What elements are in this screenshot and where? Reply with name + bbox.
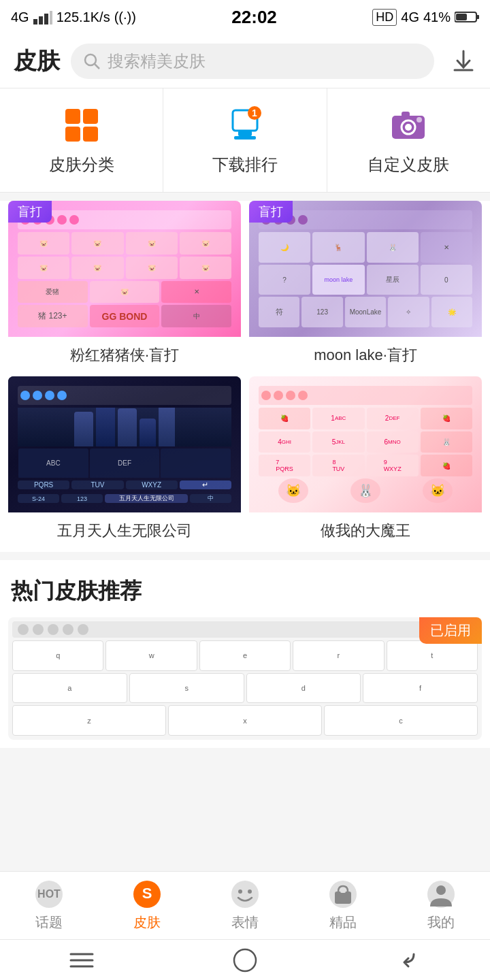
nav-skin-label: 皮肤 [133, 913, 161, 932]
signal-text: 4G [11, 10, 29, 25]
premium-icon [328, 879, 358, 909]
hd-badge: HD [372, 9, 397, 26]
svg-point-7 [85, 54, 96, 65]
svg-rect-6 [456, 14, 467, 20]
status-right: HD 4G 41% [372, 9, 479, 26]
nav-topic[interactable]: HOT 话题 [0, 874, 98, 937]
skin-card-3[interactable]: ABC DEF PQRS TUV [8, 376, 241, 544]
nav-emoji[interactable]: 表情 [196, 874, 294, 937]
status-left: 4G 125.1K/s ((·)) [11, 10, 136, 25]
svg-point-30 [248, 889, 252, 894]
hot-kb-preview: q w e r t a s d f z x c [8, 617, 482, 740]
hot-icon: HOT [34, 879, 64, 909]
bottom-nav: HOT 话题 S 皮肤 表情 [0, 871, 490, 939]
hot-kb-topbar [12, 621, 478, 638]
nav-skin[interactable]: S 皮肤 [98, 874, 196, 937]
svg-text:HOT: HOT [37, 888, 61, 900]
activated-badge: 已启用 [419, 617, 482, 644]
sys-home-button[interactable] [218, 947, 272, 974]
skin-card-4[interactable]: 🍓 1ABC 2DEF 🍓 4GHI 5JKL 6MNO 🐰 [249, 376, 482, 544]
svg-rect-0 [33, 19, 37, 24]
hot-section-title: 热门皮肤推荐 [8, 576, 482, 606]
skin-card-1[interactable]: 🐷 🐷 🐷 🐷 🐷 🐷 🐷 🐷 [8, 201, 241, 368]
svg-point-29 [238, 889, 242, 894]
category-custom-label: 自定义皮肤 [368, 154, 449, 176]
nav-premium-label: 精品 [329, 913, 357, 932]
svg-rect-1 [39, 16, 43, 24]
home-icon [231, 947, 259, 974]
skin-title-3: 五月天人生无限公司 [8, 512, 241, 544]
speed-text: 125.1K/s [56, 10, 110, 25]
status-time: 22:02 [231, 7, 277, 28]
skin-grid: 🐷 🐷 🐷 🐷 🐷 🐷 🐷 🐷 [0, 201, 490, 552]
skin-badge-2: 盲打 [249, 201, 293, 223]
nav-mine-label: 我的 [427, 913, 455, 932]
skin-card-2[interactable]: 🌙 🦌 🐰 ✕ ? moon lake 星辰 0 [249, 201, 482, 368]
svg-rect-12 [65, 127, 80, 142]
mine-icon [426, 879, 456, 909]
category-skin-label: 皮肤分类 [49, 154, 114, 176]
category-skin[interactable]: 皮肤分类 [0, 88, 163, 192]
skin-grid-inner: 🐷 🐷 🐷 🐷 🐷 🐷 🐷 🐷 [8, 201, 482, 544]
menu-icon [68, 950, 95, 970]
svg-rect-16 [234, 136, 256, 140]
svg-line-8 [95, 64, 99, 69]
page-title: 皮肤 [14, 46, 60, 77]
category-row: 皮肤分类 1 下载排行 自定义皮肤 [0, 88, 490, 193]
skin-title-2: moon lake·盲打 [249, 337, 482, 368]
network-4g: 4G [401, 10, 419, 25]
header: 皮肤 搜索精美皮肤 [0, 34, 490, 88]
svg-rect-33 [340, 889, 346, 893]
category-rank[interactable]: 1 下载排行 [163, 88, 327, 192]
nav-mine[interactable]: 我的 [392, 874, 490, 937]
svg-rect-32 [335, 892, 351, 904]
emoji-icon [230, 879, 260, 909]
skin-thumb-3: ABC DEF PQRS TUV [8, 376, 241, 512]
download-icon [451, 47, 476, 73]
category-rank-label: 下载排行 [212, 154, 278, 176]
svg-rect-15 [238, 131, 252, 136]
hot-kb-rows: q w e r t a s d f z x c [12, 640, 478, 736]
svg-rect-11 [83, 109, 98, 124]
search-box[interactable]: 搜索精美皮肤 [71, 44, 434, 79]
svg-point-28 [231, 881, 259, 908]
search-icon [83, 52, 101, 70]
svg-rect-13 [83, 127, 98, 142]
hot-card-1[interactable]: q w e r t a s d f z x c [8, 617, 482, 740]
search-placeholder: 搜索精美皮肤 [108, 50, 206, 72]
svg-point-23 [416, 117, 422, 122]
nav-premium[interactable]: 精品 [294, 874, 392, 937]
hot-section: 热门皮肤推荐 q w e r t [0, 560, 490, 748]
svg-rect-5 [476, 15, 479, 19]
sys-nav [0, 939, 490, 980]
skin-icon: S [132, 879, 162, 909]
skin-thumb-2: 🌙 🦌 🐰 ✕ ? moon lake 星辰 0 [249, 201, 482, 337]
sys-back-button[interactable] [381, 947, 436, 974]
svg-text:S: S [142, 885, 152, 902]
wifi-icon: ((·)) [114, 10, 136, 25]
grid-icon [61, 105, 102, 146]
skin-thumb-1: 🐷 🐷 🐷 🐷 🐷 🐷 🐷 🐷 [8, 201, 241, 337]
skin-badge-1: 盲打 [8, 201, 52, 223]
hot-card-preview: q w e r t a s d f z x c [8, 617, 482, 740]
svg-rect-10 [65, 109, 80, 124]
skin-title-1: 粉红猪猪侠·盲打 [8, 337, 241, 368]
sys-menu-button[interactable] [54, 947, 109, 974]
category-custom[interactable]: 自定义皮肤 [327, 88, 490, 192]
svg-point-21 [405, 124, 412, 131]
battery-text: 41% [423, 10, 451, 25]
download-button[interactable] [451, 47, 476, 76]
skin-thumb-4: 🍓 1ABC 2DEF 🍓 4GHI 5JKL 6MNO 🐰 [249, 376, 482, 512]
svg-point-35 [436, 885, 446, 895]
svg-text:1: 1 [252, 108, 257, 118]
svg-rect-2 [44, 14, 48, 24]
nav-topic-label: 话题 [35, 913, 63, 932]
svg-rect-3 [50, 11, 52, 24]
back-icon [395, 950, 422, 970]
svg-point-39 [234, 949, 256, 971]
status-bar: 4G 125.1K/s ((·)) 22:02 HD 4G 41% [0, 0, 490, 34]
battery-icon [455, 10, 479, 24]
rank-icon: 1 [225, 105, 265, 146]
skin-title-4: 做我的大魔王 [249, 512, 482, 544]
nav-emoji-label: 表情 [231, 913, 259, 932]
